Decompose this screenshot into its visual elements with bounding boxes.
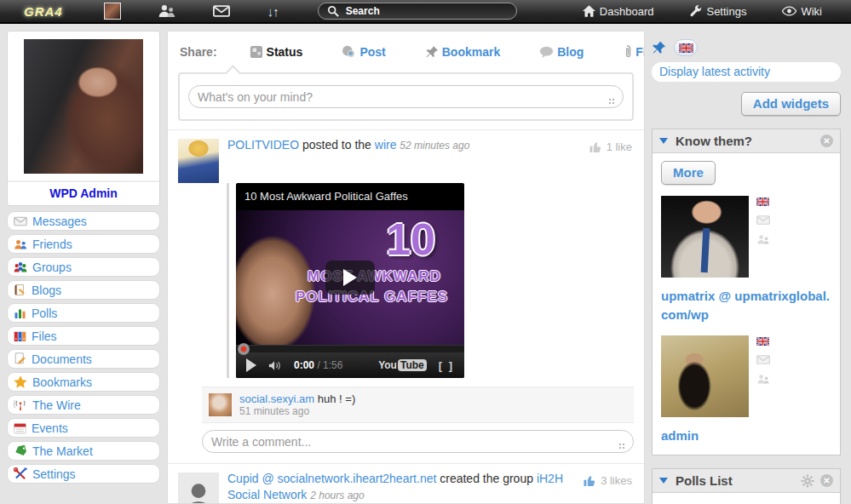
composer-caret (225, 65, 240, 80)
like-counter[interactable]: 3 likes (583, 474, 632, 487)
nav-settings[interactable]: Settings (689, 5, 746, 18)
tab-post[interactable]: Post (342, 44, 385, 59)
tab-label: Bookmark (442, 45, 500, 59)
close-icon[interactable]: ✕ (820, 135, 833, 147)
profile-photo[interactable] (24, 39, 143, 174)
sidebar-item-events[interactable]: Events (7, 418, 160, 438)
polls-icon (14, 307, 26, 319)
sidebar-item-blogs[interactable]: Blogs (7, 280, 160, 300)
like-counter[interactable]: 1 like (589, 140, 632, 153)
comment-body: social.sexyi.am huh ! =) 51 minutes ago (239, 392, 627, 417)
resize-grip[interactable] (618, 438, 624, 445)
comment-input[interactable]: Write a comment... (202, 430, 634, 453)
add-widgets-row: Add widgets (652, 92, 841, 116)
language-flag-button[interactable] (674, 39, 698, 56)
sidebar-item-documents[interactable]: Documents (7, 349, 160, 369)
add-widgets-button[interactable]: Add widgets (741, 92, 841, 116)
play-button[interactable] (325, 261, 375, 295)
video-title[interactable]: 10 Most Awkward Political Gaffes (236, 183, 464, 210)
sidebar-item-polls[interactable]: Polls (7, 303, 160, 323)
sidebar-item-messages[interactable]: Messages (7, 211, 160, 231)
sort-arrows-icon: ↓↑ (267, 4, 279, 19)
sidebar-item-bookmarks[interactable]: Bookmarks (7, 372, 160, 392)
site-logo[interactable]: GRA4 (24, 4, 63, 19)
more-button[interactable]: More (661, 161, 716, 185)
widget-title: Know them? (676, 134, 814, 148)
add-friend-icon[interactable] (756, 374, 770, 384)
top-navbar: GRA4 ↓↑ Search Dashboard Settings (0, 0, 851, 24)
search-placeholder: Search (346, 5, 380, 17)
profile-name[interactable]: WPD Admin (8, 180, 159, 205)
tab-label: Status (267, 45, 303, 59)
search-icon (327, 5, 339, 17)
messages-nav-button[interactable] (213, 5, 230, 17)
collapse-icon[interactable] (659, 138, 668, 144)
display-latest-activity[interactable]: Display latest activity (652, 62, 841, 82)
video-thumbnail[interactable]: 10 MOST AWKWARD POLITICAL GAFFES (236, 210, 464, 345)
profile-name-link[interactable]: upmatrix @ upmatrixglobal.com/wp (661, 287, 831, 324)
navbar-avatar[interactable] (104, 3, 121, 20)
progress-bar[interactable] (236, 345, 464, 352)
sidebar-item-label: The Market (32, 444, 93, 458)
sidebar-item-label: Blogs (32, 284, 61, 297)
sidebar-item-groups[interactable]: Groups (7, 257, 160, 277)
profile-photo[interactable] (661, 335, 749, 417)
gear-icon[interactable] (801, 474, 814, 488)
sidebar-item-label: Documents (32, 352, 92, 366)
left-sidebar: WPD Admin Messages Friends Groups Blogs … (7, 31, 160, 484)
author-link[interactable]: POLITVIDEO (227, 138, 299, 152)
friends-icon (14, 238, 27, 250)
send-message-icon[interactable] (756, 215, 770, 225)
send-message-icon[interactable] (756, 355, 770, 364)
pushpin-icon[interactable] (652, 41, 666, 55)
status-input[interactable]: What's on your mind? (188, 85, 624, 108)
sidebar-item-friends[interactable]: Friends (7, 234, 160, 254)
files-icon (14, 330, 26, 342)
uk-flag-icon (756, 337, 770, 346)
document-icon (14, 352, 26, 365)
feed-item-body: 10 Most Awkward Political Gaffes 10 MOST… (227, 183, 634, 378)
comment-avatar[interactable] (209, 393, 232, 416)
thumbs-up-icon (589, 140, 602, 153)
collapse-icon[interactable] (659, 478, 668, 484)
profile-photo[interactable] (661, 196, 749, 278)
avatar[interactable] (178, 472, 219, 504)
home-icon (583, 5, 595, 17)
tab-bookmark[interactable]: Bookmark (425, 44, 500, 59)
close-icon[interactable]: ✕ (820, 474, 833, 487)
share-tabs: Status Post Bookmark Blog File (250, 44, 645, 59)
nav-dashboard[interactable]: Dashboard (583, 5, 654, 18)
friends-nav-button[interactable] (158, 4, 175, 18)
like-count-label: 1 like (607, 140, 632, 153)
author-link[interactable]: Cupid @ socialnetwork.iheart2heart.net (227, 472, 436, 485)
search-input[interactable]: Search (318, 3, 517, 20)
add-friend-icon[interactable] (756, 234, 770, 244)
eye-icon (782, 6, 796, 16)
avatar[interactable] (178, 139, 219, 183)
comment-author-link[interactable]: social.sexyi.am (239, 392, 314, 405)
target-link[interactable]: wire (375, 138, 397, 152)
activity-nav-button[interactable]: ↓↑ (267, 4, 279, 19)
video-player[interactable]: 10 Most Awkward Political Gaffes 10 MOST… (236, 183, 464, 378)
mail-icon (14, 216, 27, 226)
tab-file[interactable]: File (623, 44, 645, 59)
sidebar-item-the-wire[interactable]: The Wire (7, 395, 160, 415)
sidebar-item-label: Settings (32, 467, 76, 481)
fullscreen-icon[interactable]: [ ] (439, 359, 454, 372)
profile-name-link[interactable]: admin (661, 427, 831, 445)
scrubber-handle[interactable] (238, 343, 250, 355)
sidebar-item-the-market[interactable]: The Market (7, 441, 160, 461)
resize-grip[interactable] (607, 94, 614, 100)
widget-know-them: Know them? ✕ More upmatrix @ upmatrixglo… (652, 129, 841, 455)
nav-settings-label: Settings (706, 5, 746, 18)
nav-wiki[interactable]: Wiki (782, 5, 822, 18)
control-play-icon[interactable] (246, 358, 256, 372)
sidebar-item-label: Messages (32, 215, 87, 228)
tab-blog[interactable]: Blog (539, 44, 584, 59)
tab-status[interactable]: Status (250, 44, 303, 59)
nav-wiki-label: Wiki (801, 5, 822, 18)
sidebar-item-files[interactable]: Files (7, 326, 160, 346)
sidebar-item-settings[interactable]: Settings (7, 464, 160, 484)
volume-icon[interactable] (268, 360, 282, 371)
youtube-logo[interactable]: YouTube (378, 359, 427, 371)
